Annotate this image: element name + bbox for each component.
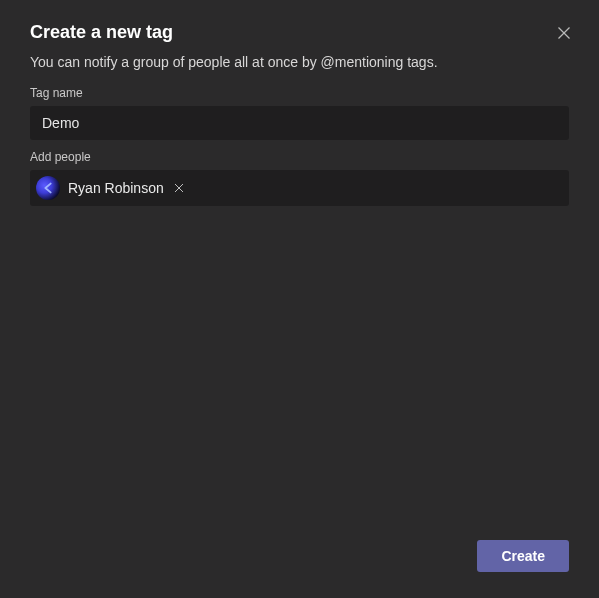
create-tag-dialog: Create a new tag You can notify a group … xyxy=(0,0,599,598)
dialog-footer: Create xyxy=(30,540,569,576)
add-people-label: Add people xyxy=(30,150,569,164)
tag-name-label: Tag name xyxy=(30,86,569,100)
dialog-subtitle: You can notify a group of people all at … xyxy=(30,54,569,70)
dialog-header: Create a new tag xyxy=(30,22,569,44)
remove-person-button[interactable] xyxy=(172,181,186,195)
dialog-title: Create a new tag xyxy=(30,22,173,44)
tag-name-input[interactable] xyxy=(30,106,569,140)
person-chip-name: Ryan Robinson xyxy=(68,180,164,196)
avatar-icon xyxy=(41,181,55,195)
add-people-input[interactable]: Ryan Robinson xyxy=(30,170,569,206)
person-chip: Ryan Robinson xyxy=(34,174,192,202)
avatar xyxy=(36,176,60,200)
close-icon xyxy=(557,26,571,40)
create-button[interactable]: Create xyxy=(477,540,569,572)
close-button[interactable] xyxy=(555,24,573,42)
close-icon xyxy=(174,183,184,193)
